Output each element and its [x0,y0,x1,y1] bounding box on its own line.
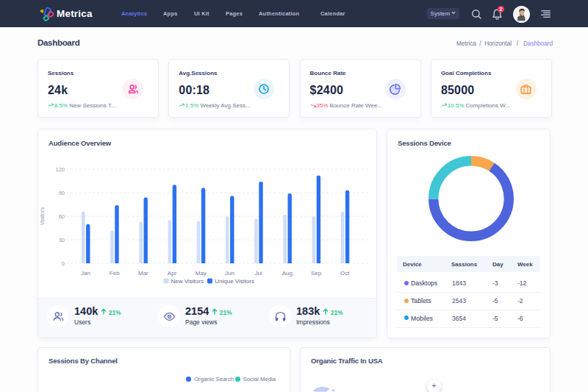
svg-text:90: 90 [59,190,65,196]
svg-text:Jun: Jun [225,270,234,277]
svg-text:Apr: Apr [168,270,177,277]
svg-text:Visitors: Visitors [39,207,46,226]
svg-text:30: 30 [59,237,65,243]
svg-text:Sep: Sep [311,270,322,277]
svg-text:Jan: Jan [81,270,90,277]
svg-text:Feb: Feb [110,270,120,277]
svg-text:0: 0 [62,260,65,267]
svg-text:Aug: Aug [282,270,293,277]
svg-text:Mar: Mar [138,270,148,277]
svg-text:60: 60 [59,213,65,220]
svg-text:New Visitors: New Visitors [171,278,204,285]
svg-text:120: 120 [55,166,65,173]
svg-text:Oct: Oct [340,270,350,277]
svg-text:Unique Visitors: Unique Visitors [215,278,254,285]
svg-text:Jul: Jul [255,270,262,277]
svg-text:May: May [196,270,207,277]
